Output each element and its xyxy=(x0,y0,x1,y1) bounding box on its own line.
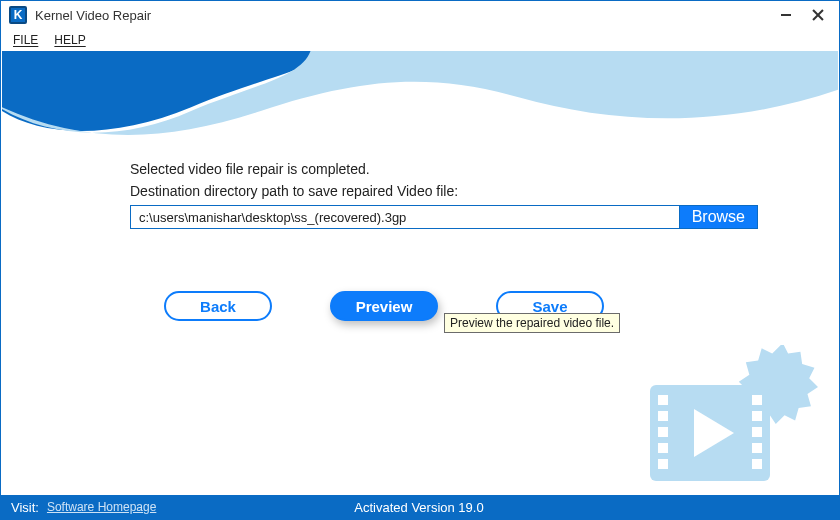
preview-button[interactable]: Preview xyxy=(330,291,438,321)
status-message: Selected video file repair is completed. xyxy=(130,161,758,177)
browse-button[interactable]: Browse xyxy=(680,205,758,229)
svg-rect-4 xyxy=(658,443,668,453)
preview-button-label: Preview xyxy=(356,298,413,315)
svg-rect-10 xyxy=(752,459,762,469)
svg-rect-1 xyxy=(658,395,668,405)
form-area: Selected video file repair is completed.… xyxy=(130,161,758,321)
status-left: Visit: Software Homepage xyxy=(1,500,283,515)
app-icon: K xyxy=(9,6,27,24)
path-label: Destination directory path to save repai… xyxy=(130,183,758,199)
back-button-label: Back xyxy=(200,298,236,315)
svg-rect-3 xyxy=(658,427,668,437)
close-button[interactable] xyxy=(811,8,825,22)
path-row: Browse xyxy=(130,205,758,229)
minimize-button[interactable] xyxy=(779,8,793,22)
svg-rect-6 xyxy=(752,395,762,405)
svg-rect-9 xyxy=(752,443,762,453)
svg-rect-8 xyxy=(752,427,762,437)
menu-help[interactable]: HELP xyxy=(54,33,85,47)
svg-rect-5 xyxy=(658,459,668,469)
menu-bar: FILE HELP xyxy=(1,29,839,51)
status-bar: Visit: Software Homepage Activated Versi… xyxy=(1,495,839,519)
homepage-link[interactable]: Software Homepage xyxy=(47,500,156,514)
window-controls xyxy=(779,8,831,22)
back-button[interactable]: Back xyxy=(164,291,272,321)
menu-file[interactable]: FILE xyxy=(13,33,38,47)
content-area: Selected video file repair is completed.… xyxy=(2,51,838,495)
visit-label: Visit: xyxy=(11,500,39,515)
app-icon-letter: K xyxy=(14,8,23,22)
version-label: Activated Version 19.0 xyxy=(283,500,555,515)
window-title: Kernel Video Repair xyxy=(35,8,779,23)
svg-rect-0 xyxy=(650,385,770,481)
filmstrip-gear-icon xyxy=(650,345,820,485)
destination-path-input[interactable] xyxy=(130,205,680,229)
title-bar: K Kernel Video Repair xyxy=(1,1,839,29)
svg-rect-2 xyxy=(658,411,668,421)
browse-button-label: Browse xyxy=(692,208,745,226)
wave-decoration xyxy=(2,51,838,143)
svg-rect-7 xyxy=(752,411,762,421)
preview-tooltip: Preview the repaired video file. xyxy=(444,313,620,333)
save-button-label: Save xyxy=(532,298,567,315)
